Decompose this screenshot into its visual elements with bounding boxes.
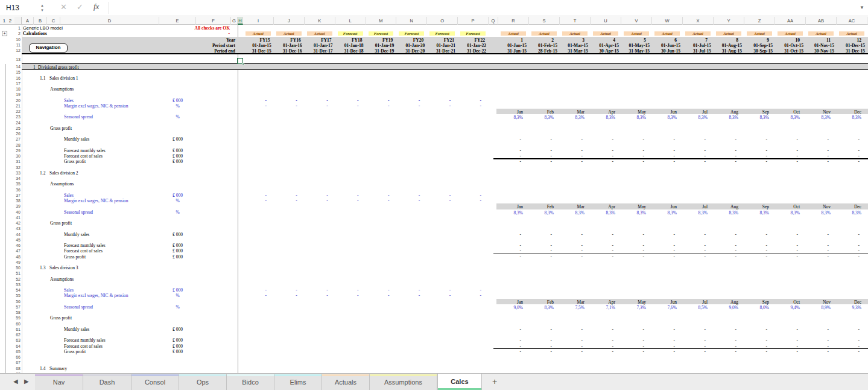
column-header-L[interactable]: L [335,17,366,25]
value-cell[interactable]: - [335,293,359,298]
fill-handle[interactable] [242,63,244,65]
seasonal-value-cell[interactable]: 8,3% [591,210,615,216]
seasonal-value-cell[interactable]: 8,3% [560,115,584,120]
row-header-40[interactable]: 40 [14,209,22,215]
value-cell[interactable]: - [366,287,390,293]
enter-icon[interactable]: ✓ [77,2,83,11]
value-cell[interactable]: - [621,232,644,237]
value-cell[interactable]: - [621,243,644,248]
row-header-16[interactable]: 16 [14,75,22,81]
seasonal-value-cell[interactable]: 8,3% [560,210,584,216]
value-cell[interactable]: - [714,136,737,142]
value-cell[interactable]: - [837,232,860,237]
value-cell[interactable]: - [591,159,613,164]
year-cell[interactable]: FY18 [335,37,363,43]
row-header-41[interactable]: 41 [14,215,22,220]
value-cell[interactable]: - [621,254,644,260]
seasonal-value-cell[interactable]: 8,3% [529,305,554,310]
value-cell[interactable]: - [621,337,644,343]
seasonal-spread-label-cell[interactable]: Seasonal spread [64,209,148,215]
value-cell[interactable]: - [806,349,829,354]
value-cell[interactable]: - [529,254,552,260]
monthly-sales-label-cell[interactable]: Monthly sales [64,327,148,332]
month-header-cell[interactable]: Nov [806,109,831,115]
period-start-cell[interactable]: 01-Jun-15 [652,43,680,48]
value-cell[interactable]: - [458,103,481,109]
value-cell[interactable]: - [714,349,737,354]
column-header-AC[interactable]: AC [837,17,867,25]
value-cell[interactable]: - [837,243,860,248]
value-cell[interactable]: - [652,159,675,164]
period-number-cell[interactable]: 9 [744,37,769,43]
period-start-cell[interactable]: 01-Mar-15 [560,43,588,48]
unit-cell[interactable]: £ 000 [159,153,196,159]
value-cell[interactable]: - [458,287,481,293]
sheet-name-cell[interactable]: Calculations [23,31,144,36]
month-header-cell[interactable]: Nov [806,299,831,305]
value-cell[interactable]: - [396,293,420,298]
year-label-cell[interactable]: Year [159,37,236,43]
subsection-title-cell[interactable]: Sales division 2 [49,170,140,176]
period-start-cell[interactable]: 01-Feb-15 [529,43,557,48]
month-header-cell[interactable]: Feb [529,204,554,209]
value-cell[interactable]: - [621,148,644,153]
row-header-51[interactable]: 51 [14,270,22,276]
period-start-cell[interactable]: 01-Aug-15 [714,43,742,48]
period-end-cell[interactable]: 31-Dec-22 [458,48,486,54]
value-cell[interactable]: - [427,287,451,293]
value-cell[interactable]: - [396,287,420,293]
value-cell[interactable]: - [714,337,737,343]
value-cell[interactable]: - [366,103,390,109]
row-header-56[interactable]: 56 [14,299,22,304]
period-number-cell[interactable]: 3 [560,37,584,43]
row-header-26[interactable]: 26 [14,131,22,136]
row-header-29[interactable]: 29 [14,148,22,153]
seasonal-spread-label-cell[interactable]: Seasonal spread [64,304,148,310]
seasonal-value-cell[interactable]: 9,0% [498,305,523,310]
column-header-D[interactable]: D [60,17,159,25]
forecast-monthly-sales-label-cell[interactable]: Forecast monthly sales [64,148,148,153]
month-header-cell[interactable]: Jul [683,109,708,115]
add-sheet-button[interactable]: + [482,374,507,390]
row-header-36[interactable]: 36 [14,187,22,193]
month-header-cell[interactable]: Jul [683,299,708,305]
period-start-cell[interactable]: 01-Oct-15 [775,43,803,48]
month-header-cell[interactable]: Jun [652,204,677,209]
value-cell[interactable]: - [652,136,675,142]
value-cell[interactable]: - [560,337,583,343]
value-cell[interactable]: - [652,327,675,332]
year-cell[interactable]: FY17 [305,37,332,43]
value-cell[interactable]: - [714,327,737,332]
seasonal-value-cell[interactable]: 8,3% [498,210,523,216]
period-end-cell[interactable]: 31-Oct-15 [775,48,803,54]
value-cell[interactable]: - [683,327,706,332]
sales-label-cell[interactable]: Sales [64,98,148,103]
subsection-title-cell[interactable]: Sales division 1 [49,75,140,81]
period-number-cell[interactable]: 2 [529,37,554,43]
value-cell[interactable]: - [837,327,860,332]
column-header-K[interactable]: K [305,17,335,25]
value-cell[interactable]: - [652,243,675,248]
margin-label-cell[interactable]: Margin excl wages, NIC & pension [64,293,154,298]
sheet-tab-dash[interactable]: Dash [83,374,131,390]
row-header-64[interactable]: 64 [14,344,22,349]
value-cell[interactable]: - [305,193,328,198]
unit-cell[interactable]: £ 000 [159,243,196,248]
unit-cell[interactable]: £ 000 [159,98,196,103]
forecast-cost-of-sales-label-cell[interactable]: Forecast cost of sales [64,248,148,254]
period-end-cell[interactable]: 31-Mar-15 [560,48,588,54]
value-cell[interactable]: - [591,136,613,142]
value-cell[interactable]: - [274,98,297,103]
value-cell[interactable]: - [775,349,798,354]
period-end-cell[interactable]: 31-Dec-15 [837,48,865,54]
seasonal-value-cell[interactable]: 8,3% [683,115,708,120]
row-header-25[interactable]: 25 [14,126,22,131]
column-header-I[interactable]: I [243,17,274,25]
seasonal-value-cell[interactable]: 7,1% [591,305,615,310]
outline-level-button-2[interactable]: 2 [7,18,13,24]
period-start-cell[interactable]: 01-May-15 [621,43,650,48]
period-end-cell[interactable]: 31-Dec-21 [427,48,455,54]
value-cell[interactable]: - [335,98,359,103]
value-cell[interactable]: - [652,148,675,153]
value-cell[interactable]: - [775,159,798,164]
